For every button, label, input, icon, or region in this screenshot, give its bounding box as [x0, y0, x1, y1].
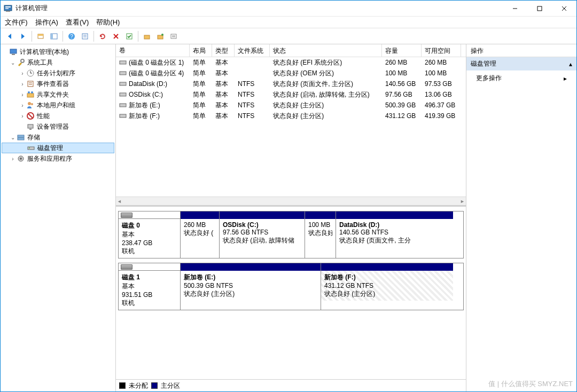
settings-button[interactable]: [168, 30, 180, 42]
volume-row[interactable]: DataDisk (D:)简单基本NTFS状态良好 (页面文件, 主分区)140…: [116, 79, 466, 89]
expand-icon[interactable]: ›: [19, 70, 26, 76]
partition[interactable]: 新加卷 (F:)431.12 GB NTFS状态良好 (主分区): [321, 263, 453, 310]
tree-task-scheduler[interactable]: ›任务计划程序: [2, 68, 114, 79]
action2-button[interactable]: [154, 30, 166, 42]
disk-1[interactable]: 磁盘 1 基本 931.51 GB 联机 新加卷 (E:)500.39 GB N…: [118, 263, 464, 310]
svg-rect-27: [12, 54, 15, 55]
menu-action[interactable]: 操作(A): [35, 18, 58, 27]
maximize-button[interactable]: [527, 1, 552, 16]
volume-row[interactable]: 新加卷 (E:)简单基本NTFS状态良好 (主分区)500.39 GB496.3…: [116, 100, 466, 111]
volume-list[interactable]: 卷 布局 类型 文件系统 状态 容量 可用空间 (磁盘 0 磁盘分区 1)简单基…: [116, 44, 466, 207]
volume-row[interactable]: 新加卷 (F:)简单基本NTFS状态良好 (主分区)431.12 GB419.3…: [116, 111, 466, 121]
tree-services-apps[interactable]: › 服务和应用程序: [2, 153, 114, 164]
titlebar: 计算机管理: [1, 1, 576, 17]
tree-performance[interactable]: ›性能: [2, 111, 114, 121]
svg-rect-50: [120, 61, 126, 64]
device-icon: [26, 122, 35, 131]
volume-row[interactable]: (磁盘 0 磁盘分区 1)简单基本状态良好 (EFI 系统分区)260 MB26…: [116, 57, 466, 68]
svg-point-28: [21, 59, 24, 62]
tree-storage[interactable]: ⌄ 存储: [2, 132, 114, 143]
col-status[interactable]: 状态: [270, 44, 382, 57]
svg-rect-11: [51, 34, 53, 39]
partition[interactable]: OSDisk (C:)97.56 GB NTFS状态良好 (启动, 故障转储: [219, 211, 305, 258]
properties-button[interactable]: [79, 30, 91, 42]
tree-system-tools[interactable]: ⌄ 系统工具: [2, 57, 114, 68]
svg-rect-26: [10, 49, 17, 53]
svg-point-38: [28, 102, 31, 105]
col-layout[interactable]: 布局: [190, 44, 212, 57]
menu-view[interactable]: 查看(V): [66, 18, 89, 27]
menubar: 文件(F) 操作(A) 查看(V) 帮助(H): [1, 17, 576, 28]
tree-disk-management[interactable]: 磁盘管理: [2, 143, 114, 153]
svg-rect-21: [158, 35, 163, 39]
svg-rect-5: [537, 6, 542, 11]
users-icon: [26, 101, 35, 109]
rescan-button[interactable]: [123, 30, 135, 42]
tree-event-viewer[interactable]: ›事件查看器: [2, 79, 114, 89]
svg-rect-14: [82, 34, 88, 39]
expand-icon[interactable]: ›: [9, 156, 17, 162]
expand-icon[interactable]: [2, 49, 9, 55]
svg-rect-20: [144, 35, 150, 39]
svg-rect-44: [18, 135, 24, 137]
menu-help[interactable]: 帮助(H): [96, 18, 120, 27]
col-capacity[interactable]: 容量: [382, 44, 422, 57]
svg-rect-2: [5, 8, 9, 9]
menu-file[interactable]: 文件(F): [5, 18, 28, 27]
collapse-icon[interactable]: ⌄: [9, 135, 17, 140]
expand-icon[interactable]: ›: [19, 103, 26, 108]
disk-0-header: 磁盘 0 基本 238.47 GB 联机: [119, 211, 181, 258]
svg-rect-51: [120, 72, 126, 75]
partition[interactable]: 260 MB状态良好 (: [181, 211, 219, 258]
action1-button[interactable]: [141, 30, 153, 42]
share-icon: [26, 90, 35, 99]
svg-rect-3: [6, 11, 10, 12]
expand-icon[interactable]: ›: [19, 92, 26, 98]
back-button[interactable]: [4, 30, 15, 42]
refresh-button[interactable]: [97, 30, 108, 42]
volume-row[interactable]: (磁盘 0 磁盘分区 4)简单基本状态良好 (OEM 分区)100 MB100 …: [116, 68, 466, 79]
partition[interactable]: 100 MB状态良好: [305, 211, 336, 258]
show-hide-tree-button[interactable]: [48, 30, 60, 42]
forward-button[interactable]: [17, 30, 29, 42]
partition[interactable]: 新加卷 (E:)500.39 GB NTFS状态良好 (主分区): [181, 263, 321, 310]
disk-0[interactable]: 磁盘 0 基本 238.47 GB 联机 260 MB状态良好 (OSDisk …: [118, 211, 464, 258]
svg-rect-45: [18, 138, 24, 140]
actions-disk-management[interactable]: 磁盘管理 ▴: [466, 57, 576, 70]
svg-rect-55: [120, 114, 126, 117]
disk-icon: [121, 213, 132, 218]
swatch-unallocated: [119, 382, 126, 389]
computer-icon: [9, 48, 18, 56]
partition[interactable]: DataDisk (D:)140.56 GB NTFS状态良好 (页面文件, 主…: [336, 211, 453, 258]
volume-row[interactable]: OSDisk (C:)简单基本NTFS状态良好 (启动, 故障转储, 主分区)9…: [116, 89, 466, 100]
actions-more[interactable]: 更多操作 ▸: [466, 70, 576, 86]
disk-layout-view[interactable]: 磁盘 0 基本 238.47 GB 联机 260 MB状态良好 (OSDisk …: [116, 207, 466, 380]
col-volume[interactable]: 卷: [116, 44, 190, 57]
services-icon: [17, 154, 25, 163]
disk-1-header: 磁盘 1 基本 931.51 GB 联机: [119, 263, 181, 310]
help-button[interactable]: ?: [66, 30, 77, 42]
chevron-right-icon: ▸: [564, 75, 567, 82]
col-type[interactable]: 类型: [212, 44, 235, 57]
delete-button[interactable]: [110, 30, 122, 42]
hscrollbar[interactable]: ◄►: [116, 197, 466, 205]
performance-icon: [26, 112, 35, 120]
volume-list-header: 卷 布局 类型 文件系统 状态 容量 可用空间: [116, 44, 466, 57]
tree-local-users[interactable]: ›本地用户和组: [2, 100, 114, 111]
app-icon: [4, 4, 12, 13]
minimize-button[interactable]: [503, 1, 527, 16]
svg-rect-42: [28, 124, 33, 128]
col-filesystem[interactable]: 文件系统: [235, 44, 270, 57]
legend: 未分配 主分区: [116, 380, 466, 391]
clock-icon: [26, 69, 35, 77]
col-free[interactable]: 可用空间: [422, 44, 461, 57]
close-button[interactable]: [552, 1, 576, 16]
tree-shared-folders[interactable]: ›共享文件夹: [2, 89, 114, 100]
tree-root[interactable]: 计算机管理(本地): [2, 46, 114, 57]
expand-icon[interactable]: ›: [19, 113, 26, 119]
tree-device-manager[interactable]: 设备管理器: [2, 121, 114, 132]
collapse-icon[interactable]: ⌄: [9, 60, 17, 66]
expand-icon[interactable]: ›: [19, 81, 26, 87]
up-button[interactable]: [35, 30, 46, 42]
navigation-tree[interactable]: 计算机管理(本地) ⌄ 系统工具 ›任务计划程序 ›事件查看器: [1, 44, 116, 391]
